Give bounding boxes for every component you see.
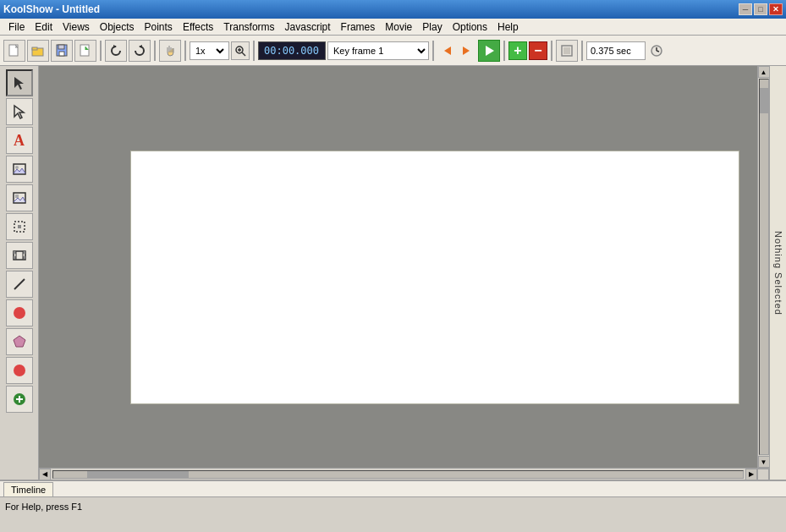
timeline-bar: Timeline <box>0 480 786 496</box>
zoom-select[interactable]: 1x 2x 0.5x <box>190 41 229 60</box>
right-panel-label: Nothing Selected <box>770 66 786 480</box>
keyframe-select[interactable]: Key frame 1 <box>327 41 429 60</box>
separator-2 <box>154 41 156 61</box>
separator-8 <box>581 41 583 61</box>
separator-5 <box>432 41 434 61</box>
svg-marker-16 <box>463 47 470 55</box>
timeline-tab[interactable]: Timeline <box>3 482 53 496</box>
canvas-and-scroll: ▲ ▼ ◀ ▶ <box>39 66 769 480</box>
h-scroll-track[interactable] <box>52 470 744 479</box>
keyframe-icon-button[interactable] <box>556 40 578 62</box>
menu-views[interactable]: Views <box>58 19 95 35</box>
menu-javascript[interactable]: Javascript <box>280 19 336 35</box>
svg-rect-2 <box>32 47 37 50</box>
export-button[interactable] <box>74 40 96 62</box>
canvas-area[interactable] <box>39 66 757 468</box>
duration-display: 0.375 sec <box>586 41 646 60</box>
scroll-up-arrow[interactable]: ▲ <box>758 66 770 78</box>
scroll-right-arrow[interactable]: ▶ <box>745 469 757 480</box>
scroll-left-arrow[interactable]: ◀ <box>39 469 51 480</box>
maximize-button[interactable]: □ <box>754 3 767 15</box>
menu-objects[interactable]: Objects <box>95 19 140 35</box>
svg-marker-23 <box>14 77 24 90</box>
zoom-dropdown[interactable]: 1x 2x 0.5x <box>192 45 227 57</box>
nothing-selected-label: Nothing Selected <box>773 231 783 315</box>
svg-marker-15 <box>444 47 451 55</box>
new-button[interactable] <box>3 40 25 62</box>
add-tool[interactable] <box>6 386 33 413</box>
svg-line-22 <box>657 51 659 52</box>
scroll-down-arrow[interactable]: ▼ <box>758 456 770 468</box>
svg-rect-4 <box>59 52 64 56</box>
svg-marker-9 <box>113 45 117 48</box>
vertical-scrollbar[interactable]: ▲ ▼ <box>757 66 769 468</box>
menu-file[interactable]: File <box>3 19 30 35</box>
clock-button[interactable] <box>647 41 666 60</box>
title-bar: KoolShow - Untitled ─ □ ✕ <box>0 0 786 19</box>
separator-3 <box>184 41 186 61</box>
time-display: 00:00.000 <box>258 41 326 60</box>
svg-marker-10 <box>139 45 142 48</box>
close-button[interactable]: ✕ <box>769 3 783 15</box>
menu-help[interactable]: Help <box>492 19 524 35</box>
menu-bar: File Edit Views Objects Points Effects T… <box>0 19 786 36</box>
separator-7 <box>551 41 552 61</box>
minimize-button[interactable]: ─ <box>739 3 752 15</box>
image-tool-2[interactable] <box>6 184 33 211</box>
resize-grip[interactable] <box>757 469 769 480</box>
ellipse-tool[interactable] <box>6 299 33 326</box>
svg-line-38 <box>14 279 25 289</box>
title-text: KoolShow - Untitled <box>3 3 100 15</box>
svg-rect-28 <box>15 195 19 198</box>
menu-effects[interactable]: Effects <box>178 19 218 35</box>
circle-tool[interactable] <box>6 357 33 384</box>
menu-edit[interactable]: Edit <box>30 19 58 35</box>
add-keyframe-button[interactable]: + <box>508 41 527 60</box>
image-tool[interactable] <box>6 156 33 183</box>
menu-frames[interactable]: Frames <box>336 19 381 35</box>
left-toolbar: A <box>0 66 39 480</box>
film-tool[interactable] <box>6 242 33 269</box>
svg-rect-19 <box>563 47 570 54</box>
toolbar: 1x 2x 0.5x 00:00.000 Key frame 1 + − 0.3… <box>0 36 786 66</box>
svg-marker-24 <box>14 106 24 118</box>
remove-keyframe-button[interactable]: − <box>529 41 547 60</box>
transform-tool[interactable] <box>6 213 33 240</box>
menu-play[interactable]: Play <box>417 19 447 35</box>
drawing-canvas[interactable] <box>130 151 739 404</box>
open-button[interactable] <box>27 40 49 62</box>
h-scroll-thumb[interactable] <box>87 471 189 478</box>
title-controls: ─ □ ✕ <box>739 3 783 15</box>
save-button[interactable] <box>51 40 73 62</box>
menu-options[interactable]: Options <box>448 19 492 35</box>
right-panel: Nothing Selected <box>769 66 786 480</box>
play-button[interactable] <box>478 40 500 62</box>
menu-transforms[interactable]: Transforms <box>218 19 279 35</box>
horizontal-scrollbar[interactable]: ◀ ▶ <box>39 468 769 480</box>
svg-rect-30 <box>18 225 21 228</box>
svg-rect-5 <box>58 45 64 49</box>
zoom-in-button[interactable] <box>231 41 250 60</box>
hand-tool-button[interactable] <box>159 40 181 62</box>
undo-button[interactable] <box>105 40 127 62</box>
select-tool[interactable] <box>6 69 33 96</box>
separator-1 <box>100 41 102 61</box>
next-frame-button[interactable] <box>458 41 476 60</box>
direct-select-tool[interactable] <box>6 98 33 125</box>
canvas-row: ▲ ▼ <box>39 66 769 468</box>
redo-button[interactable] <box>129 40 151 62</box>
svg-marker-40 <box>14 336 25 347</box>
separator-6 <box>503 41 505 61</box>
shape-tool[interactable] <box>6 328 33 355</box>
svg-line-12 <box>242 52 245 56</box>
menu-movie[interactable]: Movie <box>380 19 417 35</box>
separator-4 <box>253 41 255 61</box>
status-bar: For Help, press F1 <box>0 496 786 515</box>
text-tool[interactable]: A <box>6 127 33 154</box>
svg-marker-17 <box>486 46 494 56</box>
v-scroll-thumb[interactable] <box>760 88 768 113</box>
menu-points[interactable]: Points <box>140 19 178 35</box>
v-scroll-track[interactable] <box>759 79 769 455</box>
prev-frame-button[interactable] <box>437 41 456 60</box>
line-tool[interactable] <box>6 271 33 298</box>
